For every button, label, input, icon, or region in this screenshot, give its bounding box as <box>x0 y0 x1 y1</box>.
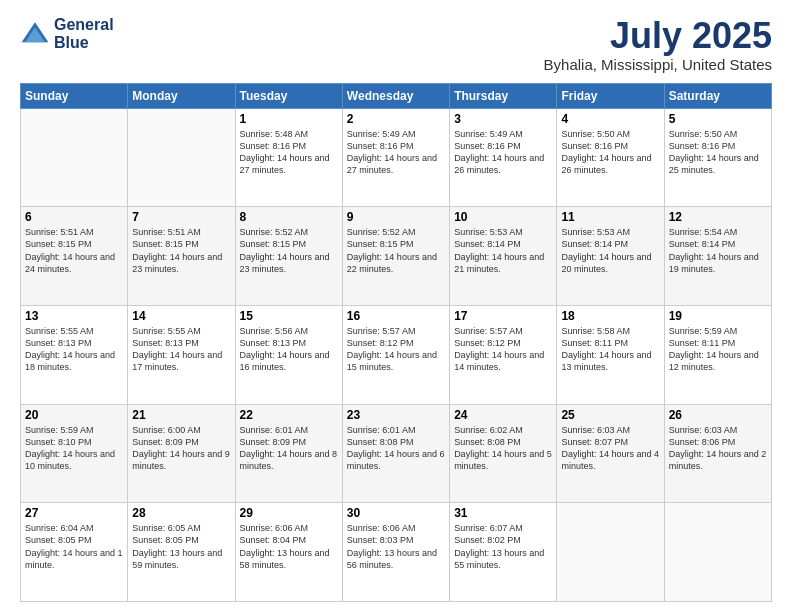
table-cell: 14Sunrise: 5:55 AMSunset: 8:13 PMDayligh… <box>128 305 235 404</box>
day-number: 2 <box>347 112 445 126</box>
table-cell: 24Sunrise: 6:02 AMSunset: 8:08 PMDayligh… <box>450 404 557 503</box>
table-cell: 2Sunrise: 5:49 AMSunset: 8:16 PMDaylight… <box>342 108 449 207</box>
day-number: 13 <box>25 309 123 323</box>
day-info: Sunrise: 5:54 AMSunset: 8:14 PMDaylight:… <box>669 226 767 275</box>
day-number: 29 <box>240 506 338 520</box>
day-info: Sunrise: 5:57 AMSunset: 8:12 PMDaylight:… <box>454 325 552 374</box>
col-wednesday: Wednesday <box>342 83 449 108</box>
table-cell: 22Sunrise: 6:01 AMSunset: 8:09 PMDayligh… <box>235 404 342 503</box>
logo-icon <box>20 19 50 49</box>
table-cell: 25Sunrise: 6:03 AMSunset: 8:07 PMDayligh… <box>557 404 664 503</box>
table-cell: 13Sunrise: 5:55 AMSunset: 8:13 PMDayligh… <box>21 305 128 404</box>
day-number: 30 <box>347 506 445 520</box>
month-title: July 2025 <box>544 16 772 56</box>
day-number: 3 <box>454 112 552 126</box>
table-cell: 28Sunrise: 6:05 AMSunset: 8:05 PMDayligh… <box>128 503 235 602</box>
day-info: Sunrise: 5:59 AMSunset: 8:11 PMDaylight:… <box>669 325 767 374</box>
day-number: 8 <box>240 210 338 224</box>
day-info: Sunrise: 5:50 AMSunset: 8:16 PMDaylight:… <box>669 128 767 177</box>
table-cell: 29Sunrise: 6:06 AMSunset: 8:04 PMDayligh… <box>235 503 342 602</box>
table-cell <box>557 503 664 602</box>
day-info: Sunrise: 5:51 AMSunset: 8:15 PMDaylight:… <box>132 226 230 275</box>
day-number: 10 <box>454 210 552 224</box>
day-number: 4 <box>561 112 659 126</box>
col-tuesday: Tuesday <box>235 83 342 108</box>
day-number: 17 <box>454 309 552 323</box>
day-number: 26 <box>669 408 767 422</box>
table-cell: 10Sunrise: 5:53 AMSunset: 8:14 PMDayligh… <box>450 207 557 306</box>
table-cell: 17Sunrise: 5:57 AMSunset: 8:12 PMDayligh… <box>450 305 557 404</box>
table-cell: 19Sunrise: 5:59 AMSunset: 8:11 PMDayligh… <box>664 305 771 404</box>
day-number: 11 <box>561 210 659 224</box>
day-info: Sunrise: 5:58 AMSunset: 8:11 PMDaylight:… <box>561 325 659 374</box>
day-info: Sunrise: 5:53 AMSunset: 8:14 PMDaylight:… <box>454 226 552 275</box>
table-cell: 27Sunrise: 6:04 AMSunset: 8:05 PMDayligh… <box>21 503 128 602</box>
table-cell <box>128 108 235 207</box>
day-number: 5 <box>669 112 767 126</box>
table-cell: 7Sunrise: 5:51 AMSunset: 8:15 PMDaylight… <box>128 207 235 306</box>
col-monday: Monday <box>128 83 235 108</box>
calendar-row: 20Sunrise: 5:59 AMSunset: 8:10 PMDayligh… <box>21 404 772 503</box>
logo-text: General Blue <box>54 16 114 51</box>
day-info: Sunrise: 6:03 AMSunset: 8:06 PMDaylight:… <box>669 424 767 473</box>
logo-line1: General <box>54 16 114 34</box>
day-info: Sunrise: 5:50 AMSunset: 8:16 PMDaylight:… <box>561 128 659 177</box>
col-thursday: Thursday <box>450 83 557 108</box>
day-number: 14 <box>132 309 230 323</box>
col-sunday: Sunday <box>21 83 128 108</box>
day-number: 25 <box>561 408 659 422</box>
header: General Blue July 2025 Byhalia, Mississi… <box>20 16 772 73</box>
table-cell: 30Sunrise: 6:06 AMSunset: 8:03 PMDayligh… <box>342 503 449 602</box>
day-info: Sunrise: 5:49 AMSunset: 8:16 PMDaylight:… <box>454 128 552 177</box>
day-info: Sunrise: 6:06 AMSunset: 8:04 PMDaylight:… <box>240 522 338 571</box>
page: General Blue July 2025 Byhalia, Mississi… <box>0 0 792 612</box>
day-number: 1 <box>240 112 338 126</box>
table-cell: 23Sunrise: 6:01 AMSunset: 8:08 PMDayligh… <box>342 404 449 503</box>
calendar-row: 1Sunrise: 5:48 AMSunset: 8:16 PMDaylight… <box>21 108 772 207</box>
table-cell: 18Sunrise: 5:58 AMSunset: 8:11 PMDayligh… <box>557 305 664 404</box>
day-info: Sunrise: 6:01 AMSunset: 8:08 PMDaylight:… <box>347 424 445 473</box>
day-info: Sunrise: 6:07 AMSunset: 8:02 PMDaylight:… <box>454 522 552 571</box>
table-cell: 1Sunrise: 5:48 AMSunset: 8:16 PMDaylight… <box>235 108 342 207</box>
logo-line2: Blue <box>54 34 114 52</box>
day-info: Sunrise: 6:05 AMSunset: 8:05 PMDaylight:… <box>132 522 230 571</box>
day-info: Sunrise: 5:55 AMSunset: 8:13 PMDaylight:… <box>132 325 230 374</box>
day-info: Sunrise: 6:06 AMSunset: 8:03 PMDaylight:… <box>347 522 445 571</box>
day-info: Sunrise: 6:02 AMSunset: 8:08 PMDaylight:… <box>454 424 552 473</box>
table-cell: 5Sunrise: 5:50 AMSunset: 8:16 PMDaylight… <box>664 108 771 207</box>
day-number: 12 <box>669 210 767 224</box>
day-info: Sunrise: 5:52 AMSunset: 8:15 PMDaylight:… <box>240 226 338 275</box>
calendar-row: 13Sunrise: 5:55 AMSunset: 8:13 PMDayligh… <box>21 305 772 404</box>
day-number: 20 <box>25 408 123 422</box>
day-number: 18 <box>561 309 659 323</box>
table-cell: 6Sunrise: 5:51 AMSunset: 8:15 PMDaylight… <box>21 207 128 306</box>
day-number: 9 <box>347 210 445 224</box>
table-cell: 26Sunrise: 6:03 AMSunset: 8:06 PMDayligh… <box>664 404 771 503</box>
day-info: Sunrise: 5:51 AMSunset: 8:15 PMDaylight:… <box>25 226 123 275</box>
day-info: Sunrise: 6:00 AMSunset: 8:09 PMDaylight:… <box>132 424 230 473</box>
table-cell: 8Sunrise: 5:52 AMSunset: 8:15 PMDaylight… <box>235 207 342 306</box>
calendar-row: 27Sunrise: 6:04 AMSunset: 8:05 PMDayligh… <box>21 503 772 602</box>
day-info: Sunrise: 5:48 AMSunset: 8:16 PMDaylight:… <box>240 128 338 177</box>
day-info: Sunrise: 5:49 AMSunset: 8:16 PMDaylight:… <box>347 128 445 177</box>
day-info: Sunrise: 6:03 AMSunset: 8:07 PMDaylight:… <box>561 424 659 473</box>
calendar-header-row: Sunday Monday Tuesday Wednesday Thursday… <box>21 83 772 108</box>
day-info: Sunrise: 5:56 AMSunset: 8:13 PMDaylight:… <box>240 325 338 374</box>
day-number: 16 <box>347 309 445 323</box>
calendar-row: 6Sunrise: 5:51 AMSunset: 8:15 PMDaylight… <box>21 207 772 306</box>
table-cell: 4Sunrise: 5:50 AMSunset: 8:16 PMDaylight… <box>557 108 664 207</box>
day-number: 31 <box>454 506 552 520</box>
day-info: Sunrise: 5:55 AMSunset: 8:13 PMDaylight:… <box>25 325 123 374</box>
logo: General Blue <box>20 16 114 51</box>
table-cell: 31Sunrise: 6:07 AMSunset: 8:02 PMDayligh… <box>450 503 557 602</box>
day-number: 15 <box>240 309 338 323</box>
table-cell <box>664 503 771 602</box>
day-info: Sunrise: 5:57 AMSunset: 8:12 PMDaylight:… <box>347 325 445 374</box>
day-number: 6 <box>25 210 123 224</box>
day-number: 24 <box>454 408 552 422</box>
day-number: 7 <box>132 210 230 224</box>
day-number: 23 <box>347 408 445 422</box>
table-cell: 9Sunrise: 5:52 AMSunset: 8:15 PMDaylight… <box>342 207 449 306</box>
table-cell: 3Sunrise: 5:49 AMSunset: 8:16 PMDaylight… <box>450 108 557 207</box>
col-saturday: Saturday <box>664 83 771 108</box>
